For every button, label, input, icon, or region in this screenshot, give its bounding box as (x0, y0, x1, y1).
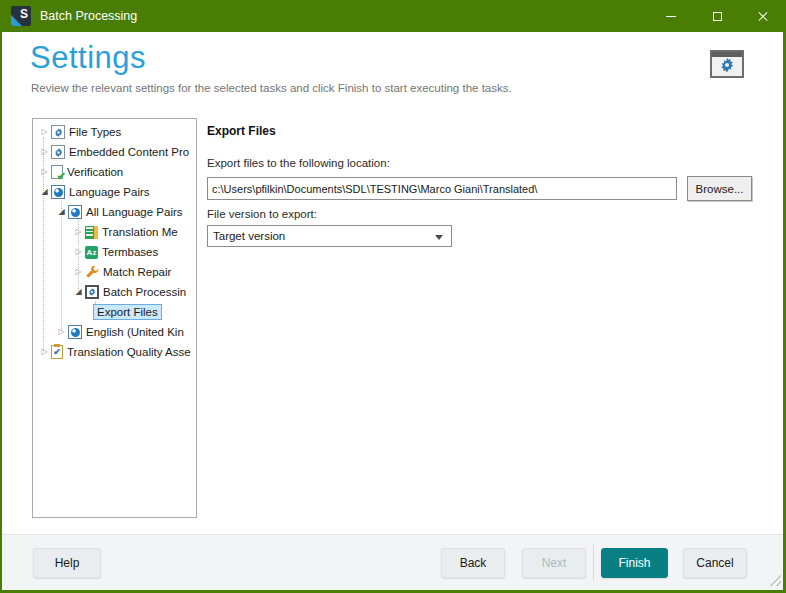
minimize-icon (666, 16, 676, 17)
embedded-content-icon (51, 145, 65, 159)
browse-button[interactable]: Browse... (687, 176, 752, 201)
panel-title: Export Files (207, 124, 276, 138)
finish-button[interactable]: Finish (601, 548, 668, 578)
expand-arrow-icon[interactable]: ▷ (72, 242, 85, 262)
tree-item-embedded-content-processors[interactable]: ▷ Embedded Content Pro (33, 142, 196, 162)
tree-item-export-files[interactable]: Export Files (33, 302, 196, 322)
globe-icon (68, 205, 82, 219)
batch-gear-icon (85, 285, 99, 299)
settings-tree[interactable]: ▷ File Types ▷ Embedded Content Pro ▷ ✔ … (32, 118, 197, 518)
collapse-arrow-icon[interactable]: ◢ (72, 282, 85, 302)
help-button[interactable]: Help (33, 548, 101, 578)
maximize-button[interactable] (694, 0, 740, 32)
tree-item-label: Verification (67, 166, 123, 178)
globe-icon (51, 185, 65, 199)
chevron-down-icon (435, 235, 443, 240)
tree-item-label: Language Pairs (69, 186, 150, 198)
tree-item-label: File Types (69, 126, 121, 138)
settings-gear-window-icon (710, 50, 744, 78)
expand-arrow-icon[interactable]: ▷ (38, 142, 51, 162)
file-types-icon (51, 125, 65, 139)
page-title: Settings (30, 40, 146, 76)
export-location-input[interactable] (207, 177, 677, 200)
tree-item-label: Translation Me (102, 226, 178, 238)
maximize-icon (713, 12, 722, 21)
tree-item-label: Translation Quality Asse (67, 346, 191, 358)
expand-arrow-icon[interactable]: ▷ (38, 162, 51, 182)
title-bar[interactable]: S Batch Processing (0, 0, 786, 32)
tree-item-label-selected[interactable]: Export Files (93, 304, 162, 320)
page-subtitle: Review the relevant settings for the sel… (31, 82, 512, 94)
tree-item-translation-memory[interactable]: ▷ Translation Me (33, 222, 196, 242)
back-button[interactable]: Back (441, 548, 505, 578)
tree-item-verification[interactable]: ▷ ✔ Verification (33, 162, 196, 182)
globe-icon (68, 325, 82, 339)
tree-item-label: Termbases (102, 246, 158, 258)
next-button: Next (522, 548, 586, 578)
footer-bar: Help Back Next Finish Cancel (0, 534, 786, 590)
collapse-arrow-icon[interactable]: ◢ (55, 202, 68, 222)
file-version-dropdown[interactable]: Target version (207, 225, 452, 247)
tree-item-all-language-pairs[interactable]: ◢ All Language Pairs (33, 202, 196, 222)
window-controls (648, 0, 786, 32)
tree-item-label: Embedded Content Pro (69, 146, 189, 158)
sdl-trados-app-icon: S (11, 6, 31, 26)
expand-arrow-icon[interactable]: ▷ (38, 342, 51, 362)
tree-item-termbases[interactable]: ▷ Az Termbases (33, 242, 196, 262)
tree-item-match-repair[interactable]: ▷ Match Repair (33, 262, 196, 282)
cancel-button[interactable]: Cancel (683, 548, 747, 578)
verification-icon: ✔ (51, 165, 63, 179)
file-version-selected-value: Target version (213, 230, 285, 242)
expand-arrow-icon[interactable]: ▷ (72, 222, 85, 242)
minimize-button[interactable] (648, 0, 694, 32)
tree-item-english-united-kingdom[interactable]: ▷ English (United Kin (33, 322, 196, 342)
tree-item-label: Batch Processin (103, 286, 186, 298)
tree-item-batch-processing[interactable]: ◢ Batch Processin (33, 282, 196, 302)
tree-item-translation-quality-assessment[interactable]: ▷ ✔ Translation Quality Asse (33, 342, 196, 362)
tree-item-language-pairs[interactable]: ◢ Language Pairs (33, 182, 196, 202)
expand-arrow-icon[interactable]: ▷ (38, 122, 51, 142)
expand-arrow-icon[interactable]: ▷ (72, 262, 85, 282)
wrench-icon (85, 265, 99, 279)
expand-arrow-icon[interactable]: ▷ (55, 322, 68, 342)
tree-item-label: All Language Pairs (86, 206, 183, 218)
clipboard-check-icon: ✔ (51, 345, 63, 359)
resize-grip[interactable] (767, 572, 781, 586)
termbase-az-icon: Az (85, 246, 98, 259)
export-location-label: Export files to the following location: (207, 157, 390, 169)
window-title: Batch Processing (40, 9, 137, 23)
close-button[interactable] (740, 0, 786, 32)
translation-memory-icon (85, 226, 98, 239)
file-version-label: File version to export: (207, 208, 317, 220)
tree-item-label: Match Repair (103, 266, 171, 278)
close-icon (757, 10, 769, 22)
gear-icon (720, 58, 735, 73)
batch-processing-dialog: S Batch Processing Settings Review the r… (0, 0, 786, 593)
tree-item-file-types[interactable]: ▷ File Types (33, 122, 196, 142)
tree-item-label: English (United Kin (86, 326, 184, 338)
collapse-arrow-icon[interactable]: ◢ (38, 182, 51, 202)
footer-separator (593, 545, 594, 581)
